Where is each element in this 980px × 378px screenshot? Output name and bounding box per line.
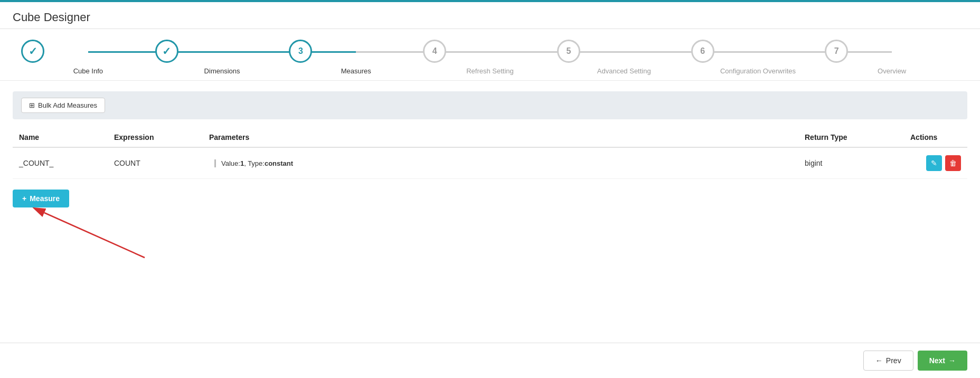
step-label-3: Measures xyxy=(341,67,371,75)
add-measure-section: + Measure xyxy=(13,181,967,260)
plus-icon: + xyxy=(22,194,26,203)
cell-return-type: bigint xyxy=(798,147,904,179)
delete-measure-button[interactable]: 🗑 xyxy=(945,155,961,171)
step-circle-2: ✓ xyxy=(155,40,178,63)
step-label-6: Configuration Overwrites xyxy=(720,67,796,75)
wizard-step-5: 5 Advanced Setting xyxy=(557,40,691,75)
bulk-add-label: Bulk Add Measures xyxy=(38,101,97,109)
main-content: ⊞ Bulk Add Measures Name Expression Para… xyxy=(0,81,980,343)
prev-button[interactable]: ← Prev xyxy=(863,351,913,371)
trash-icon: 🗑 xyxy=(949,159,957,167)
step-label-5: Advanced Setting xyxy=(597,67,651,75)
cell-expression: COUNT xyxy=(108,147,203,179)
step-circle-3: 3 xyxy=(289,40,312,63)
wizard-step-6: 6 Configuration Overwrites xyxy=(691,40,825,75)
col-header-name: Name xyxy=(13,128,108,147)
step-circle-7: 7 xyxy=(825,40,848,63)
cell-name: _COUNT_ xyxy=(13,147,108,179)
svg-line-1 xyxy=(44,213,145,258)
step-label-2: Dimensions xyxy=(204,67,240,75)
wizard-step-4: 4 Refresh Setting xyxy=(423,40,557,75)
wizard-step-3[interactable]: 3 Measures xyxy=(289,40,423,75)
next-label: Next xyxy=(929,356,945,365)
next-button[interactable]: Next → xyxy=(918,351,967,371)
wizard-step-2[interactable]: ✓ Dimensions xyxy=(155,40,289,75)
footer: ← Prev Next → xyxy=(0,343,980,378)
step-number-5: 5 xyxy=(566,46,571,56)
cell-actions: ✎ 🗑 xyxy=(904,147,967,179)
step-label-4: Refresh Setting xyxy=(466,67,514,75)
prev-label: Prev xyxy=(886,356,901,365)
table-row: _COUNT_ COUNT Value:1, Type:constant big… xyxy=(13,147,967,179)
step-label-7: Overview xyxy=(878,67,906,75)
pencil-icon: ✎ xyxy=(931,159,937,167)
col-header-return-type: Return Type xyxy=(798,128,904,147)
step-circle-6: 6 xyxy=(691,40,714,63)
step-label-1: Cube Info xyxy=(73,67,103,75)
step-circle-1: ✓ xyxy=(21,40,44,63)
add-measure-button[interactable]: + Measure xyxy=(13,190,69,207)
col-header-actions: Actions xyxy=(904,128,967,147)
grid-icon: ⊞ xyxy=(29,101,35,109)
wizard-step-7: 7 Overview xyxy=(825,40,959,75)
param-box: Value:1, Type:constant xyxy=(214,159,293,167)
measures-table: Name Expression Parameters Return Type A… xyxy=(13,128,967,179)
col-header-parameters: Parameters xyxy=(203,128,798,147)
cell-parameters: Value:1, Type:constant xyxy=(203,147,798,179)
param-text: Value:1, Type:constant xyxy=(221,159,293,167)
edit-measure-button[interactable]: ✎ xyxy=(926,155,942,171)
step-circle-4: 4 xyxy=(423,40,446,63)
page-container: Cube Designer ✓ Cube Info ✓ xyxy=(0,0,980,378)
next-arrow-icon: → xyxy=(948,356,956,365)
prev-arrow-icon: ← xyxy=(875,356,883,365)
header: Cube Designer xyxy=(0,2,980,29)
wizard-step-1[interactable]: ✓ Cube Info xyxy=(21,40,155,75)
toolbar: ⊞ Bulk Add Measures xyxy=(13,91,967,119)
add-measure-label: Measure xyxy=(30,194,60,203)
action-buttons: ✎ 🗑 xyxy=(910,155,961,171)
page-title: Cube Designer xyxy=(13,11,967,24)
col-header-expression: Expression xyxy=(108,128,203,147)
checkmark-2: ✓ xyxy=(162,45,171,58)
table-header-row: Name Expression Parameters Return Type A… xyxy=(13,128,967,147)
red-arrow-annotation xyxy=(13,207,150,260)
bulk-add-measures-button[interactable]: ⊞ Bulk Add Measures xyxy=(21,98,105,113)
step-number-6: 6 xyxy=(700,46,705,56)
wizard-container: ✓ Cube Info ✓ Dimensions xyxy=(0,29,980,81)
step-number-3: 3 xyxy=(298,46,303,56)
step-circle-5: 5 xyxy=(557,40,580,63)
checkmark-1: ✓ xyxy=(29,45,37,58)
step-number-4: 4 xyxy=(432,46,437,56)
step-number-7: 7 xyxy=(834,46,839,56)
wizard-steps: ✓ Cube Info ✓ Dimensions xyxy=(21,40,959,75)
